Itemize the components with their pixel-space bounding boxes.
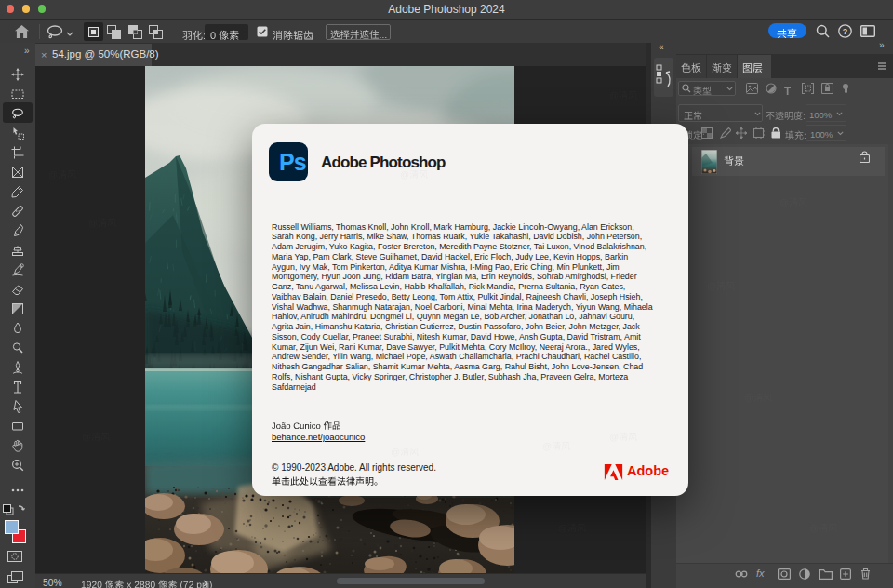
svg-text:?: ? xyxy=(843,27,848,36)
